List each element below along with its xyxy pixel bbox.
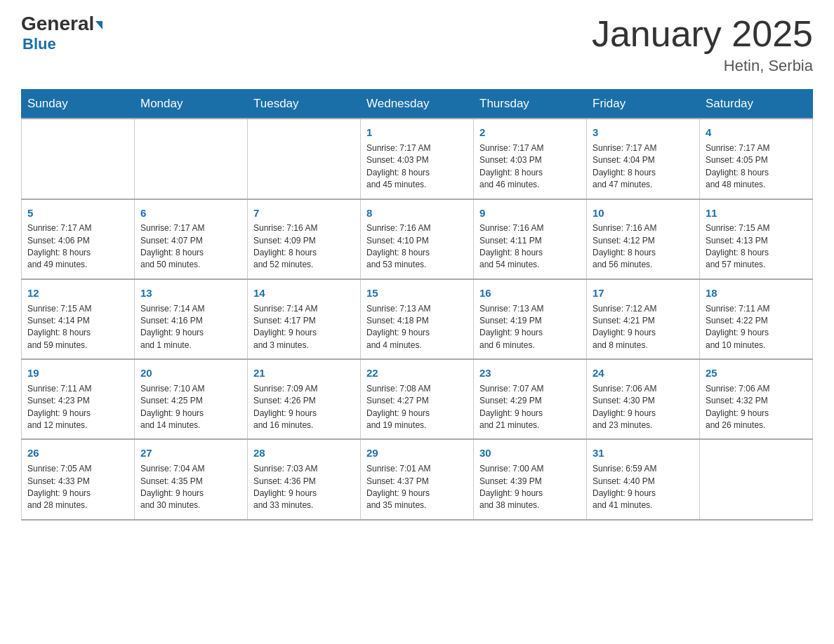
day-info: Sunrise: 7:17 AM Sunset: 4:06 PM Dayligh… [27,222,128,271]
logo-arrow-icon [95,21,102,29]
day-info: Sunrise: 7:17 AM Sunset: 4:05 PM Dayligh… [706,142,807,192]
day-info: Sunrise: 7:15 AM Sunset: 4:14 PM Dayligh… [27,303,128,352]
table-row: 24Sunrise: 7:06 AM Sunset: 4:30 PM Dayli… [587,359,700,439]
day-number: 29 [366,445,468,461]
day-number: 24 [593,365,694,381]
table-row: 26Sunrise: 7:05 AM Sunset: 4:33 PM Dayli… [22,439,135,519]
table-row [700,439,813,519]
day-info: Sunrise: 7:05 AM Sunset: 4:33 PM Dayligh… [27,463,128,512]
day-info: Sunrise: 7:16 AM Sunset: 4:10 PM Dayligh… [366,222,468,271]
day-info: Sunrise: 7:17 AM Sunset: 4:03 PM Dayligh… [479,142,581,192]
table-row: 3Sunrise: 7:17 AM Sunset: 4:04 PM Daylig… [587,119,700,199]
col-friday: Friday [587,90,700,119]
table-row: 10Sunrise: 7:16 AM Sunset: 4:12 PM Dayli… [587,199,700,279]
table-row: 8Sunrise: 7:16 AM Sunset: 4:10 PM Daylig… [361,199,474,279]
calendar-header-row: Sunday Monday Tuesday Wednesday Thursday… [22,90,813,119]
day-number: 14 [253,286,355,301]
calendar-week-row: 26Sunrise: 7:05 AM Sunset: 4:33 PM Dayli… [22,439,813,519]
day-number: 31 [593,445,694,461]
day-info: Sunrise: 7:16 AM Sunset: 4:12 PM Dayligh… [593,222,694,271]
day-number: 11 [706,206,807,221]
calendar-week-row: 1Sunrise: 7:17 AM Sunset: 4:03 PM Daylig… [22,119,813,199]
day-number: 18 [706,286,807,301]
calendar-week-row: 5Sunrise: 7:17 AM Sunset: 4:06 PM Daylig… [22,199,813,279]
day-info: Sunrise: 7:16 AM Sunset: 4:09 PM Dayligh… [253,222,355,271]
day-number: 2 [479,125,581,140]
day-number: 30 [479,445,581,461]
table-row: 15Sunrise: 7:13 AM Sunset: 4:18 PM Dayli… [361,279,474,359]
calendar-table: Sunday Monday Tuesday Wednesday Thursday… [21,89,813,521]
table-row: 6Sunrise: 7:17 AM Sunset: 4:07 PM Daylig… [135,199,248,279]
day-info: Sunrise: 7:07 AM Sunset: 4:29 PM Dayligh… [479,383,581,432]
day-number: 16 [479,286,581,301]
day-number: 13 [140,286,241,301]
table-row: 30Sunrise: 7:00 AM Sunset: 4:39 PM Dayli… [474,439,587,519]
day-number: 12 [27,286,128,301]
day-info: Sunrise: 7:13 AM Sunset: 4:18 PM Dayligh… [366,303,468,352]
day-number: 8 [366,206,468,221]
table-row [248,119,361,199]
table-row: 2Sunrise: 7:17 AM Sunset: 4:03 PM Daylig… [474,119,587,199]
col-tuesday: Tuesday [248,90,361,119]
day-number: 9 [479,206,581,221]
logo-blue-text: Blue [22,35,56,53]
table-row: 14Sunrise: 7:14 AM Sunset: 4:17 PM Dayli… [248,279,361,359]
col-thursday: Thursday [474,90,587,119]
table-row: 19Sunrise: 7:11 AM Sunset: 4:23 PM Dayli… [22,359,135,439]
table-row: 31Sunrise: 6:59 AM Sunset: 4:40 PM Dayli… [587,439,700,519]
day-info: Sunrise: 7:11 AM Sunset: 4:23 PM Dayligh… [27,383,128,432]
day-info: Sunrise: 7:12 AM Sunset: 4:21 PM Dayligh… [593,303,694,352]
table-row: 27Sunrise: 7:04 AM Sunset: 4:35 PM Dayli… [135,439,248,519]
table-row: 11Sunrise: 7:15 AM Sunset: 4:13 PM Dayli… [700,199,813,279]
day-info: Sunrise: 7:06 AM Sunset: 4:30 PM Dayligh… [593,383,694,432]
day-number: 4 [706,125,807,140]
day-info: Sunrise: 7:06 AM Sunset: 4:32 PM Dayligh… [706,383,807,432]
day-info: Sunrise: 7:17 AM Sunset: 4:04 PM Dayligh… [593,142,694,192]
day-number: 27 [140,445,241,461]
col-wednesday: Wednesday [361,90,474,119]
day-info: Sunrise: 7:13 AM Sunset: 4:19 PM Dayligh… [479,303,581,352]
col-sunday: Sunday [22,90,135,119]
day-number: 5 [27,206,128,221]
month-title: January 2025 [592,14,813,54]
day-info: Sunrise: 7:16 AM Sunset: 4:11 PM Dayligh… [479,222,581,271]
calendar-week-row: 12Sunrise: 7:15 AM Sunset: 4:14 PM Dayli… [22,279,813,359]
table-row: 20Sunrise: 7:10 AM Sunset: 4:25 PM Dayli… [135,359,248,439]
table-row: 4Sunrise: 7:17 AM Sunset: 4:05 PM Daylig… [700,119,813,199]
table-row: 18Sunrise: 7:11 AM Sunset: 4:22 PM Dayli… [700,279,813,359]
table-row: 25Sunrise: 7:06 AM Sunset: 4:32 PM Dayli… [700,359,813,439]
page-header: General Blue January 2025 Hetin, Serbia [21,14,813,75]
day-number: 20 [140,365,241,381]
day-info: Sunrise: 7:04 AM Sunset: 4:35 PM Dayligh… [140,463,241,512]
table-row: 29Sunrise: 7:01 AM Sunset: 4:37 PM Dayli… [361,439,474,519]
day-number: 10 [593,206,694,221]
day-info: Sunrise: 7:03 AM Sunset: 4:36 PM Dayligh… [253,463,355,512]
logo-general-text: General [21,14,102,34]
day-info: Sunrise: 7:00 AM Sunset: 4:39 PM Dayligh… [479,463,581,512]
table-row: 17Sunrise: 7:12 AM Sunset: 4:21 PM Dayli… [587,279,700,359]
table-row: 12Sunrise: 7:15 AM Sunset: 4:14 PM Dayli… [22,279,135,359]
day-info: Sunrise: 7:10 AM Sunset: 4:25 PM Dayligh… [140,383,241,432]
day-info: Sunrise: 7:09 AM Sunset: 4:26 PM Dayligh… [253,383,355,432]
day-number: 25 [706,365,807,381]
day-info: Sunrise: 7:08 AM Sunset: 4:27 PM Dayligh… [366,383,468,432]
day-info: Sunrise: 7:14 AM Sunset: 4:16 PM Dayligh… [140,303,241,352]
day-number: 21 [253,365,355,381]
day-info: Sunrise: 7:17 AM Sunset: 4:03 PM Dayligh… [366,142,468,192]
day-number: 15 [366,286,468,301]
table-row: 5Sunrise: 7:17 AM Sunset: 4:06 PM Daylig… [22,199,135,279]
day-number: 28 [253,445,355,461]
day-number: 19 [27,365,128,381]
title-block: January 2025 Hetin, Serbia [592,14,813,75]
day-info: Sunrise: 7:14 AM Sunset: 4:17 PM Dayligh… [253,303,355,352]
logo: General Blue [21,14,102,53]
table-row: 21Sunrise: 7:09 AM Sunset: 4:26 PM Dayli… [248,359,361,439]
day-number: 22 [366,365,468,381]
day-number: 6 [140,206,241,221]
day-number: 23 [479,365,581,381]
day-info: Sunrise: 7:11 AM Sunset: 4:22 PM Dayligh… [706,303,807,352]
day-info: Sunrise: 7:01 AM Sunset: 4:37 PM Dayligh… [366,463,468,512]
day-number: 3 [593,125,694,140]
table-row: 28Sunrise: 7:03 AM Sunset: 4:36 PM Dayli… [248,439,361,519]
location: Hetin, Serbia [592,57,813,75]
